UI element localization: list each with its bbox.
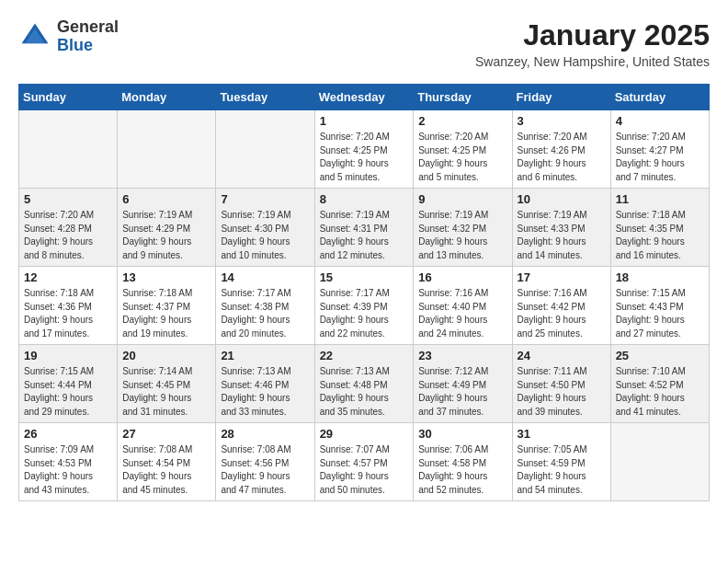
month-title: January 2025 — [475, 18, 710, 52]
day-number: 24 — [518, 349, 606, 362]
calendar-cell: 9Sunrise: 7:19 AMSunset: 4:32 PMDaylight… — [414, 189, 512, 267]
calendar-cell: 16Sunrise: 7:16 AMSunset: 4:40 PMDayligh… — [414, 267, 512, 345]
calendar-cell: 28Sunrise: 7:08 AMSunset: 4:56 PMDayligh… — [216, 423, 314, 501]
weekday-header: Tuesday — [216, 85, 314, 110]
weekday-header: Saturday — [610, 85, 709, 110]
day-info: Sunrise: 7:13 AMSunset: 4:46 PMDaylight:… — [221, 365, 309, 419]
calendar-cell: 20Sunrise: 7:14 AMSunset: 4:45 PMDayligh… — [118, 345, 216, 423]
calendar-cell — [610, 423, 709, 501]
day-info: Sunrise: 7:08 AMSunset: 4:56 PMDaylight:… — [221, 443, 309, 497]
day-number: 29 — [320, 427, 409, 441]
day-number: 8 — [320, 192, 409, 206]
day-number: 28 — [221, 427, 309, 441]
calendar-cell: 17Sunrise: 7:16 AMSunset: 4:42 PMDayligh… — [512, 267, 610, 345]
day-number: 9 — [418, 192, 506, 206]
day-number: 21 — [221, 349, 309, 362]
title-block: January 2025 Swanzey, New Hampshire, Uni… — [475, 18, 710, 69]
day-info: Sunrise: 7:19 AMSunset: 4:29 PMDaylight:… — [122, 209, 210, 262]
day-info: Sunrise: 7:05 AMSunset: 4:59 PMDaylight:… — [518, 443, 606, 497]
day-info: Sunrise: 7:13 AMSunset: 4:48 PMDaylight:… — [320, 365, 409, 419]
day-number: 16 — [418, 270, 506, 284]
weekday-header: Thursday — [414, 85, 512, 110]
calendar-cell: 11Sunrise: 7:18 AMSunset: 4:35 PMDayligh… — [610, 189, 709, 267]
day-info: Sunrise: 7:09 AMSunset: 4:53 PMDaylight:… — [24, 443, 112, 497]
page-header: General Blue January 2025 Swanzey, New H… — [18, 18, 710, 69]
day-info: Sunrise: 7:20 AMSunset: 4:25 PMDaylight:… — [418, 131, 506, 184]
calendar-week-row: 12Sunrise: 7:18 AMSunset: 4:36 PMDayligh… — [19, 267, 710, 345]
calendar-cell: 5Sunrise: 7:20 AMSunset: 4:28 PMDaylight… — [19, 189, 118, 267]
calendar-cell: 27Sunrise: 7:08 AMSunset: 4:54 PMDayligh… — [118, 423, 216, 501]
calendar: SundayMondayTuesdayWednesdayThursdayFrid… — [18, 84, 710, 501]
day-info: Sunrise: 7:17 AMSunset: 4:38 PMDaylight:… — [221, 287, 309, 340]
calendar-cell: 25Sunrise: 7:10 AMSunset: 4:52 PMDayligh… — [610, 345, 709, 423]
day-info: Sunrise: 7:20 AMSunset: 4:26 PMDaylight:… — [518, 131, 606, 184]
day-info: Sunrise: 7:16 AMSunset: 4:42 PMDaylight:… — [518, 287, 606, 340]
day-number: 5 — [24, 192, 112, 206]
day-number: 17 — [518, 270, 606, 284]
day-number: 30 — [418, 427, 506, 441]
calendar-week-row: 19Sunrise: 7:15 AMSunset: 4:44 PMDayligh… — [19, 345, 710, 423]
logo-icon — [18, 20, 51, 53]
day-number: 27 — [122, 427, 210, 441]
calendar-cell: 26Sunrise: 7:09 AMSunset: 4:53 PMDayligh… — [19, 423, 118, 501]
day-number: 6 — [122, 192, 210, 206]
day-info: Sunrise: 7:07 AMSunset: 4:57 PMDaylight:… — [320, 443, 409, 497]
day-info: Sunrise: 7:20 AMSunset: 4:28 PMDaylight:… — [24, 209, 112, 262]
day-info: Sunrise: 7:12 AMSunset: 4:49 PMDaylight:… — [418, 365, 506, 419]
calendar-cell: 3Sunrise: 7:20 AMSunset: 4:26 PMDaylight… — [512, 110, 610, 189]
day-info: Sunrise: 7:19 AMSunset: 4:33 PMDaylight:… — [518, 209, 606, 262]
day-number: 25 — [616, 349, 704, 362]
calendar-cell: 22Sunrise: 7:13 AMSunset: 4:48 PMDayligh… — [314, 345, 414, 423]
weekday-header: Sunday — [19, 85, 118, 110]
day-info: Sunrise: 7:16 AMSunset: 4:40 PMDaylight:… — [418, 287, 506, 340]
day-number: 26 — [24, 427, 112, 441]
calendar-cell: 7Sunrise: 7:19 AMSunset: 4:30 PMDaylight… — [216, 189, 314, 267]
calendar-cell: 8Sunrise: 7:19 AMSunset: 4:31 PMDaylight… — [314, 189, 414, 267]
day-info: Sunrise: 7:20 AMSunset: 4:27 PMDaylight:… — [616, 131, 704, 184]
day-info: Sunrise: 7:17 AMSunset: 4:39 PMDaylight:… — [320, 287, 409, 340]
day-number: 20 — [122, 349, 210, 362]
day-number: 10 — [518, 192, 606, 206]
day-number: 31 — [518, 427, 606, 441]
day-number: 1 — [320, 114, 409, 128]
calendar-cell: 18Sunrise: 7:15 AMSunset: 4:43 PMDayligh… — [610, 267, 709, 345]
day-number: 19 — [24, 349, 112, 362]
calendar-cell: 19Sunrise: 7:15 AMSunset: 4:44 PMDayligh… — [19, 345, 118, 423]
calendar-cell: 24Sunrise: 7:11 AMSunset: 4:50 PMDayligh… — [512, 345, 610, 423]
calendar-cell: 23Sunrise: 7:12 AMSunset: 4:49 PMDayligh… — [414, 345, 512, 423]
day-number: 23 — [418, 349, 506, 362]
day-number: 13 — [122, 270, 210, 284]
day-info: Sunrise: 7:11 AMSunset: 4:50 PMDaylight:… — [518, 365, 606, 419]
day-number: 14 — [221, 270, 309, 284]
calendar-cell: 14Sunrise: 7:17 AMSunset: 4:38 PMDayligh… — [216, 267, 314, 345]
day-number: 18 — [616, 270, 704, 284]
day-info: Sunrise: 7:06 AMSunset: 4:58 PMDaylight:… — [418, 443, 506, 497]
calendar-cell: 2Sunrise: 7:20 AMSunset: 4:25 PMDaylight… — [414, 110, 512, 189]
day-info: Sunrise: 7:19 AMSunset: 4:30 PMDaylight:… — [221, 209, 309, 262]
calendar-cell: 30Sunrise: 7:06 AMSunset: 4:58 PMDayligh… — [414, 423, 512, 501]
day-info: Sunrise: 7:19 AMSunset: 4:31 PMDaylight:… — [320, 209, 409, 262]
calendar-cell: 12Sunrise: 7:18 AMSunset: 4:36 PMDayligh… — [19, 267, 118, 345]
day-number: 11 — [616, 192, 704, 206]
day-info: Sunrise: 7:18 AMSunset: 4:36 PMDaylight:… — [24, 287, 112, 340]
logo-text: General Blue — [57, 18, 119, 55]
logo: General Blue — [18, 18, 119, 55]
calendar-week-row: 1Sunrise: 7:20 AMSunset: 4:25 PMDaylight… — [19, 110, 710, 189]
day-number: 3 — [518, 114, 606, 128]
calendar-week-row: 5Sunrise: 7:20 AMSunset: 4:28 PMDaylight… — [19, 189, 710, 267]
calendar-cell: 15Sunrise: 7:17 AMSunset: 4:39 PMDayligh… — [314, 267, 414, 345]
calendar-cell: 6Sunrise: 7:19 AMSunset: 4:29 PMDaylight… — [118, 189, 216, 267]
calendar-cell: 13Sunrise: 7:18 AMSunset: 4:37 PMDayligh… — [118, 267, 216, 345]
day-number: 12 — [24, 270, 112, 284]
calendar-week-row: 26Sunrise: 7:09 AMSunset: 4:53 PMDayligh… — [19, 423, 710, 501]
day-info: Sunrise: 7:10 AMSunset: 4:52 PMDaylight:… — [616, 365, 704, 419]
calendar-cell: 4Sunrise: 7:20 AMSunset: 4:27 PMDaylight… — [610, 110, 709, 189]
calendar-cell: 21Sunrise: 7:13 AMSunset: 4:46 PMDayligh… — [216, 345, 314, 423]
day-number: 2 — [418, 114, 506, 128]
calendar-cell — [19, 110, 118, 189]
day-info: Sunrise: 7:15 AMSunset: 4:43 PMDaylight:… — [616, 287, 704, 340]
calendar-cell — [118, 110, 216, 189]
calendar-cell: 31Sunrise: 7:05 AMSunset: 4:59 PMDayligh… — [512, 423, 610, 501]
day-info: Sunrise: 7:18 AMSunset: 4:37 PMDaylight:… — [122, 287, 210, 340]
day-number: 15 — [320, 270, 409, 284]
